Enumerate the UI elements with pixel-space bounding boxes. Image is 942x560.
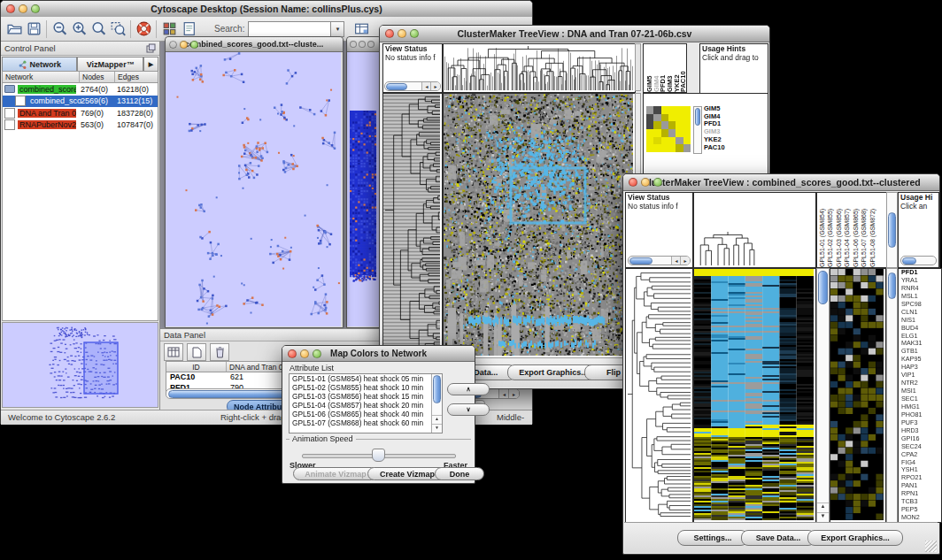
similarity-cell[interactable] [676,144,683,152]
tab-overflow-icon[interactable]: ▶ [143,57,158,72]
network-list-item[interactable]: combined_sco2569(6)13112(15) [3,96,158,108]
network-overview-panel[interactable] [2,322,158,408]
similarity-cell[interactable] [661,129,668,137]
done-button[interactable]: Done [435,467,484,480]
select-attributes-icon[interactable] [164,343,183,361]
attribute-list-item[interactable]: GPL51-02 (GSM855) heat shock 10 min [290,383,442,392]
zoom-selected-icon[interactable] [108,19,127,39]
minimize-icon[interactable] [641,178,650,187]
tv2-row-dendrogram[interactable] [625,268,693,523]
treeview2-titlebar[interactable]: ClusterMaker TreeView : combined_scores_… [623,174,939,191]
similarity-cell[interactable] [653,106,660,114]
new-attribute-icon[interactable] [187,343,206,361]
zoom-window-icon[interactable] [410,29,419,38]
similarity-cell[interactable] [668,144,676,152]
scroll-right-icon[interactable]: ▸ [430,82,440,90]
close-icon[interactable] [629,178,637,187]
dialog-titlebar[interactable]: Map Colors to Network [282,346,475,362]
window-controls[interactable] [6,4,40,13]
similarity-cell[interactable] [661,114,668,122]
tv1-column-dendrogram[interactable] [443,43,636,93]
similarity-cell[interactable] [646,144,653,152]
zoom-window-icon[interactable] [653,178,662,187]
column-header-nodes[interactable]: Nodes [80,72,115,83]
column-header-edges[interactable]: Edges [115,72,158,83]
similarity-cell[interactable] [646,129,653,137]
similarity-cell[interactable] [661,121,668,129]
tv2-heatmap-vscrollbar[interactable]: ▲ ▼ [816,268,830,523]
tv2-column-dendrogram[interactable] [693,192,816,268]
gene-label[interactable]: MON2 [901,514,941,522]
tab-network[interactable]: Network [2,57,77,72]
attribute-list-item[interactable]: GPL51-01 (GSM854) heat shock 05 min [290,374,442,383]
similarity-cell[interactable] [661,106,668,114]
similarity-cell[interactable] [653,144,660,152]
similarity-cell[interactable] [661,144,668,152]
treeview1-titlebar[interactable]: ClusterMaker TreeView : DNA and Tran 07-… [380,26,769,42]
similarity-cell[interactable] [683,129,691,137]
network-list-item[interactable]: DNA and Tran 07769(0)183728(0) [3,107,158,119]
scroll-down-icon[interactable]: ▼ [817,512,829,522]
minimize-icon[interactable] [180,41,188,49]
tv1-row-dendrogram[interactable] [382,93,443,358]
similarity-cell[interactable] [683,144,691,152]
move-up-button[interactable]: ∧ [447,383,490,395]
attribute-list-item[interactable]: GPL51-07 (GSM868) heat shock 60 min [290,418,442,427]
zoom-fit-icon[interactable] [89,19,108,39]
similarity-cell[interactable] [683,137,691,145]
close-icon[interactable] [385,29,394,38]
save-icon[interactable] [24,19,43,39]
network-overview-canvas[interactable] [3,323,158,407]
float-panel-icon[interactable] [146,43,156,53]
similarity-cell[interactable] [646,114,653,122]
zoom-window-icon[interactable] [190,41,198,49]
zoom-window-icon[interactable] [313,349,321,358]
network-list-item[interactable]: combined_scores2764(0)16218(0) [3,83,158,96]
save-data-button[interactable]: Save Data... [741,530,815,546]
tv1-status-scrollbar[interactable]: ◂ ▸ [384,81,441,91]
tv2-collabel-vscrollbar[interactable] [886,192,898,268]
delete-attribute-trash-icon[interactable] [210,343,229,361]
settings-button[interactable]: Settings... [677,530,748,546]
similarity-cell[interactable] [683,106,691,114]
zoom-window-icon[interactable] [31,4,40,13]
zoom-in-icon[interactable] [69,19,89,39]
attribute-list-item[interactable]: GPL51-04 (GSM857) heat shock 20 min [290,401,442,410]
tab-vizmapper[interactable]: VizMapper™ [77,57,143,72]
resize-grip[interactable] [925,541,937,552]
similarity-cell[interactable] [668,121,676,129]
similarity-cell[interactable] [653,129,660,137]
similarity-cell[interactable] [653,114,660,122]
animate-vizmap-button[interactable]: Animate Vizmap [293,467,378,480]
similarity-cell[interactable] [683,121,691,129]
move-down-button[interactable]: ∨ [447,403,490,416]
network-canvas-2[interactable] [347,52,379,326]
similarity-cell[interactable] [653,137,660,145]
similarity-cell[interactable] [668,129,676,137]
scroll-up-icon[interactable]: ▲ [817,502,829,512]
open-folder-icon[interactable] [4,19,24,39]
similarity-cell[interactable] [646,106,653,114]
similarity-cell[interactable] [653,121,660,129]
minimize-icon[interactable] [19,4,27,13]
close-icon[interactable] [6,4,15,13]
similarity-cell[interactable] [646,121,653,129]
tv2-status-scrollbar[interactable]: ◂ ▸ [628,256,691,265]
export-graphics-button[interactable]: Export Graphics... [807,530,903,546]
data-row-id[interactable]: PAC10 [166,372,227,383]
similarity-cell[interactable] [668,137,676,145]
scroll-right-icon[interactable]: ▸ [508,389,519,398]
similarity-cell[interactable] [683,114,691,122]
similarity-cell[interactable] [661,137,668,145]
tv2-zoom-heatmap[interactable] [830,268,886,523]
close-icon[interactable] [288,349,297,358]
minimize-icon[interactable] [398,29,406,38]
network-list-item[interactable]: RNAPuberNov2+I563(0)107847(0) [3,119,158,132]
similarity-cell[interactable] [676,114,683,122]
close-icon[interactable] [169,41,177,49]
network-view-2-titlebar[interactable] [347,37,381,52]
similarity-cell[interactable] [676,129,683,137]
search-input[interactable] [248,21,331,37]
search-dropdown-icon[interactable]: ▼ [331,21,344,37]
tv1-thin-scrollbar[interactable] [635,43,641,91]
